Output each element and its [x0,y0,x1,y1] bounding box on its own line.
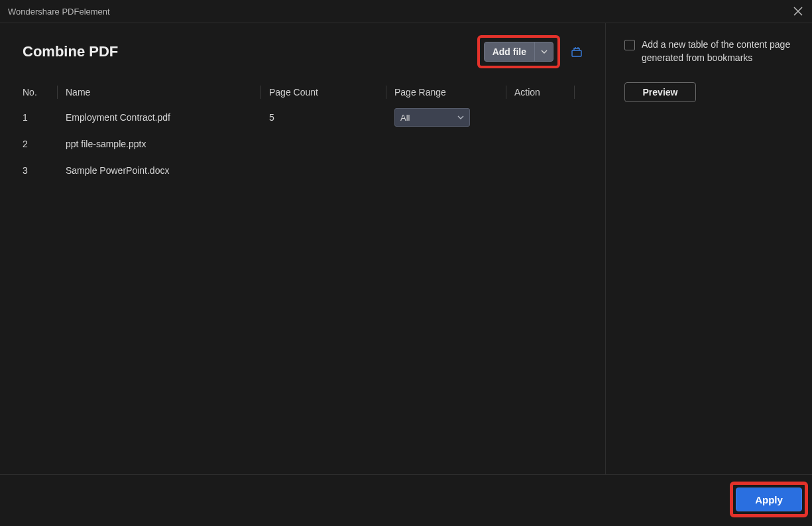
basket-icon [571,46,583,58]
chevron-down-icon [541,50,548,54]
body: Combine PDF Add file [0,23,812,474]
cell-no: 3 [23,165,66,176]
page-range-select[interactable]: All [394,108,470,127]
col-header-no: No. [23,87,57,98]
close-button[interactable] [792,5,804,17]
col-header-page-range: Page Range [394,87,506,98]
cell-name: Employment Contract.pdf [66,112,269,123]
titlebar: Wondershare PDFelement [0,0,812,23]
add-file-dropdown-toggle[interactable] [534,42,553,61]
toc-checkbox[interactable] [624,40,635,50]
main-pane: Combine PDF Add file [0,23,605,474]
footer: Apply [0,474,812,526]
table-row[interactable]: 2 ppt file-sample.pptx [0,131,605,157]
apply-highlight: Apply [730,482,808,517]
svg-rect-2 [572,50,581,56]
add-file-label: Add file [485,46,534,57]
add-open-files-button[interactable] [571,46,583,58]
add-file-highlight: Add file [477,35,560,68]
col-header-name: Name [66,87,261,98]
add-file-button[interactable]: Add file [484,42,553,62]
cell-no: 2 [23,139,66,149]
toc-checkbox-label: Add a new table of the content page gene… [642,38,793,65]
table-row[interactable]: 3 Sample PowerPoint.docx [0,157,605,184]
apply-button[interactable]: Apply [736,488,802,511]
toc-option-row: Add a new table of the content page gene… [624,38,793,65]
app-title: Wondershare PDFelement [8,7,110,17]
page-range-value: All [400,113,410,123]
side-pane: Add a new table of the content page gene… [605,23,812,474]
close-icon [793,7,803,16]
cell-page-range: All [394,108,506,127]
preview-label: Preview [643,87,678,98]
heading-row: Combine PDF Add file [0,35,605,80]
chevron-down-icon [457,115,464,119]
page-title: Combine PDF [23,43,477,60]
cell-name: Sample PowerPoint.docx [66,165,269,176]
col-header-page-count: Page Count [269,87,386,98]
table-header: No. Name Page Count Page Range Action [0,80,605,104]
preview-button[interactable]: Preview [624,82,696,102]
cell-no: 1 [23,112,66,123]
apply-label: Apply [755,494,783,505]
cell-page-count: 5 [269,112,394,123]
table-row[interactable]: 1 Employment Contract.pdf 5 All [0,104,605,131]
cell-name: ppt file-sample.pptx [66,139,269,149]
col-header-action: Action [514,87,574,98]
